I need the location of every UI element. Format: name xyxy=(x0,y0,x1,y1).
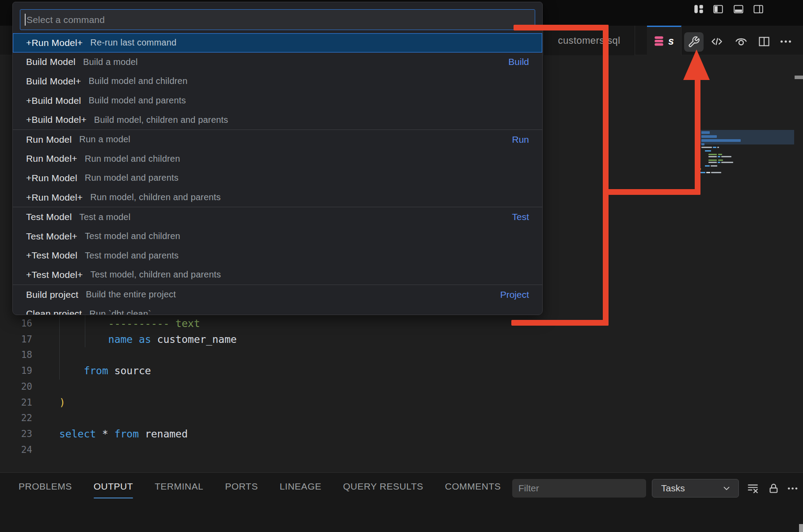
panel-tab-comments[interactable]: COMMENTS xyxy=(445,479,501,496)
command-description: Build a model xyxy=(83,57,138,67)
line-number: 21 xyxy=(0,395,32,410)
panel-tabs: PROBLEMSOUTPUTTERMINALPORTSLINEAGEQUERY … xyxy=(19,473,501,502)
wrench-icon[interactable] xyxy=(684,32,704,52)
panel-scrollbar-thumb[interactable] xyxy=(799,524,803,532)
command-label: +Test Model+ xyxy=(26,270,83,280)
clear-output-icon[interactable] xyxy=(745,481,760,496)
minimap-line xyxy=(711,165,717,167)
tasks-dropdown[interactable]: Tasks xyxy=(652,479,739,498)
code-line-16[interactable]: ---------- text xyxy=(59,315,200,331)
command-item-build-project[interactable]: Build projectBuild the entire projectPro… xyxy=(13,285,542,304)
command-item-clean-project[interactable]: Clean projectRun `dbt clean` xyxy=(13,304,542,315)
command-description: Build model and children xyxy=(88,76,187,86)
toggle-secondary-sidebar-icon[interactable] xyxy=(753,4,764,15)
text-caret xyxy=(25,14,26,26)
ellipsis-icon[interactable] xyxy=(785,481,800,496)
command-label: Run Model xyxy=(26,134,72,145)
command-item-run-model[interactable]: +Run ModelRun model and parents xyxy=(13,168,542,188)
minimap-line xyxy=(721,156,731,157)
command-description: Run model, children and parents xyxy=(90,192,221,202)
chevron-down-icon xyxy=(722,483,731,493)
command-item-test-model[interactable]: Test Model+Test model and children xyxy=(13,227,542,246)
preview-eye-icon[interactable] xyxy=(732,33,750,50)
code-line-23[interactable]: select * from renamed xyxy=(59,426,188,442)
command-item-run-model[interactable]: Run ModelRun a modelRun xyxy=(13,130,542,149)
command-input[interactable]: Select a command xyxy=(20,9,535,30)
command-item-build-model[interactable]: Build Model+Build model and children xyxy=(13,72,542,91)
split-editor-icon[interactable] xyxy=(755,33,773,50)
minimap-line xyxy=(701,139,741,142)
minimap[interactable] xyxy=(699,130,794,196)
command-item-build-model[interactable]: Build ModelBuild a modelBuild xyxy=(13,53,542,72)
line-number: 24 xyxy=(0,442,32,458)
panel-tab-output[interactable]: OUTPUT xyxy=(94,479,133,496)
minimap-line xyxy=(711,172,721,173)
command-label: Build Model xyxy=(26,57,76,67)
code-token: as xyxy=(139,334,151,345)
toggle-panel-icon[interactable] xyxy=(733,4,744,15)
minimap-line xyxy=(708,156,717,157)
line-number: 19 xyxy=(0,363,32,379)
minimap-line xyxy=(718,156,720,157)
panel-tab-lineage[interactable]: LINEAGE xyxy=(280,479,322,496)
lock-icon[interactable] xyxy=(766,481,781,496)
line-number: 22 xyxy=(0,410,32,426)
code-token: from xyxy=(114,428,139,440)
customize-layout-icon[interactable] xyxy=(693,4,704,15)
line-number: 18 xyxy=(0,347,32,363)
minimap-line xyxy=(708,160,717,161)
ellipsis-icon[interactable] xyxy=(777,33,795,50)
code-token xyxy=(59,334,108,345)
command-item-run-model[interactable]: +Run Model+Run model, children and paren… xyxy=(13,188,542,207)
tab-label: s xyxy=(668,35,674,47)
panel-tab-query-results[interactable]: QUERY RESULTS xyxy=(343,479,423,496)
command-description: Test model and children xyxy=(85,231,180,241)
command-item-test-model[interactable]: Test ModelTest a modelTest xyxy=(13,207,542,227)
command-label: Build project xyxy=(26,289,78,300)
code-token: ) xyxy=(59,397,65,408)
tab-active-preview[interactable]: s xyxy=(647,26,681,55)
code-token: customer_name xyxy=(151,334,237,345)
command-item-test-model[interactable]: +Test ModelTest model and parents xyxy=(13,246,542,266)
command-description: Re-run last command xyxy=(90,38,176,48)
minimap-line xyxy=(705,150,711,152)
command-label: +Run Model+ xyxy=(26,192,83,203)
code-token: name xyxy=(108,334,133,345)
command-description: Build model, children and parents xyxy=(94,115,228,125)
command-description: Run `dbt clean` xyxy=(89,309,151,315)
tab-customers-sql[interactable]: customers.sql xyxy=(543,26,635,55)
minimap-line xyxy=(717,147,719,148)
command-item-run-model[interactable]: Run Model+Run model and children xyxy=(13,149,542,169)
code-line-17[interactable]: name as customer_name xyxy=(59,331,237,347)
toggle-primary-sidebar-icon[interactable] xyxy=(712,4,724,15)
panel-tab-terminal[interactable]: TERMINAL xyxy=(155,479,203,496)
command-item-build-model[interactable]: +Build Model+Build model, children and p… xyxy=(13,110,542,129)
command-item-run-model[interactable]: +Run Model+Re-run last command xyxy=(13,33,542,53)
command-category-run: Run xyxy=(512,134,529,145)
minimap-line xyxy=(701,135,717,138)
panel-tab-problems[interactable]: PROBLEMS xyxy=(19,479,72,496)
filter-input[interactable] xyxy=(512,479,646,498)
active-tab-underline xyxy=(94,498,133,499)
command-item-test-model[interactable]: +Test Model+Test model, children and par… xyxy=(13,265,542,285)
command-item-build-model[interactable]: +Build ModelBuild model and parents xyxy=(13,91,542,110)
minimap-line xyxy=(706,172,710,173)
code-token: ---------- text xyxy=(108,318,200,329)
panel-tab-ports[interactable]: PORTS xyxy=(225,479,258,496)
minimap-line xyxy=(721,162,733,163)
minimap-line xyxy=(708,154,717,155)
code-line-21[interactable]: ) xyxy=(59,395,65,410)
code-line-19[interactable]: from source xyxy=(59,363,151,379)
command-category-build: Build xyxy=(508,57,529,67)
code-token: renamed xyxy=(139,428,188,440)
minimap-line xyxy=(701,131,710,134)
code-token xyxy=(133,334,139,345)
minimap-line xyxy=(699,172,705,173)
minimap-line xyxy=(701,147,712,148)
editor-scrollbar-thumb[interactable] xyxy=(795,76,803,79)
command-label: Clean project xyxy=(26,308,82,315)
code-icon[interactable] xyxy=(708,33,726,50)
command-description: Run a model xyxy=(79,134,130,144)
command-label: +Run Model xyxy=(26,173,77,183)
command-label: +Build Model+ xyxy=(26,114,87,125)
